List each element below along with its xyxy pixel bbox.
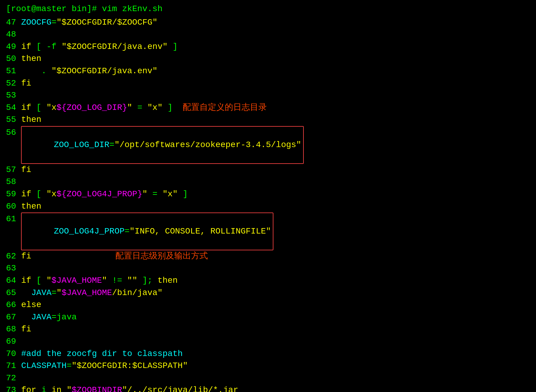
annotation-line63: 配置日志级别及输出方式 [115, 250, 208, 263]
prompt-line: [root@master bin]# vim zkEnv.sh [6, 3, 530, 15]
line-num-60: 60 [6, 201, 21, 213]
line-num-57: 57 [6, 164, 21, 176]
line-num-51: 51 [6, 65, 21, 77]
code-line-50: 50 then [6, 53, 530, 65]
code-line-57: 57 fi [6, 164, 530, 176]
code-line-73: 73 for i in "$ZOOBINDIR"/../src/java/lib… [6, 384, 530, 392]
line-num-49: 49 [6, 41, 21, 53]
line-num-73: 73 [6, 384, 21, 392]
code-line-66: 66 else [6, 299, 530, 311]
code-line-61: 61 ZOO_LOG4J_PROP="INFO, CONSOLE, ROLLIN… [6, 213, 530, 250]
code-line-68: 68 fi [6, 323, 530, 336]
line-num-61: 61 [6, 213, 21, 225]
line-num-72: 72 [6, 372, 21, 384]
line-num-71: 71 [6, 360, 21, 372]
code-line-56: 56 ZOO_LOG_DIR="/opt/softwares/zookeeper… [6, 126, 530, 164]
line-num-63: 63 [6, 262, 21, 275]
code-line-53: 53 [6, 89, 530, 102]
code-line-72: 72 [6, 372, 530, 384]
code-line-69: 69 [6, 336, 530, 348]
code-line-58: 58 [6, 176, 530, 188]
code-line-51: 51 . "$ZOOCFGDIR/java.env" [6, 65, 530, 77]
code-line-49: 49 if [ -f "$ZOOCFGDIR/java.env" ] [6, 41, 530, 53]
line-num-55: 55 [6, 114, 21, 126]
highlight-box-56: ZOO_LOG_DIR="/opt/softwares/zookeeper-3.… [21, 126, 303, 164]
line-num-56: 56 [6, 127, 21, 139]
code-line-62: 62 fi 配置日志级别及输出方式 [6, 250, 530, 263]
line-num-48: 48 [6, 29, 21, 41]
code-line-59: 59 if [ "x${ZOO_LOG4J_PROP}" = "x" ] [6, 188, 530, 201]
code-line-48: 48 [6, 29, 530, 41]
code-line-47: 47 ZOOCFG="$ZOOCFGDIR/$ZOOCFG" [6, 17, 530, 29]
prompt-text: [root@master bin]# vim zkEnv.sh [6, 4, 163, 14]
line-num-54: 54 [6, 102, 21, 114]
code-line-71: 71 CLASSPATH="$ZOOCFGDIR:$CLASSPATH" [6, 360, 530, 372]
line-num-59: 59 [6, 188, 21, 201]
line-num-62: 62 [6, 250, 21, 263]
code-line-52: 52 fi [6, 77, 530, 90]
code-line-60: 60 then [6, 201, 530, 213]
code-line-70: 70 #add the zoocfg dir to classpath [6, 348, 530, 360]
highlight-box-61: ZOO_LOG4J_PROP="INFO, CONSOLE, ROLLINGFI… [21, 213, 273, 250]
line-num-67: 67 [6, 311, 21, 324]
line-num-70: 70 [6, 348, 21, 360]
code-line-54: 54 if [ "x${ZOO_LOG_DIR}" = "x" ] 配置自定义的… [6, 102, 530, 114]
line-num-69: 69 [6, 336, 21, 348]
annotation-line54: 配置自定义的日志目录 [183, 102, 267, 114]
line-num-58: 58 [6, 176, 21, 188]
code-line-63: 63 [6, 262, 530, 275]
terminal-window: [root@master bin]# vim zkEnv.sh 47 ZOOCF… [6, 3, 530, 392]
line-num-68: 68 [6, 323, 21, 336]
line-num-47: 47 [6, 17, 21, 29]
line-num-50: 50 [6, 53, 21, 65]
line-num-65: 65 [6, 287, 21, 299]
line-num-52: 52 [6, 77, 21, 90]
code-line-67: 67 JAVA=java [6, 311, 530, 324]
line-num-64: 64 [6, 275, 21, 287]
code-line-55: 55 then [6, 114, 530, 126]
line-num-53: 53 [6, 89, 21, 102]
code-line-65: 65 JAVA="$JAVA_HOME/bin/java" [6, 287, 530, 299]
code-line-64: 64 if [ "$JAVA_HOME" != "" ] ; then [6, 275, 530, 287]
line-num-66: 66 [6, 299, 21, 311]
